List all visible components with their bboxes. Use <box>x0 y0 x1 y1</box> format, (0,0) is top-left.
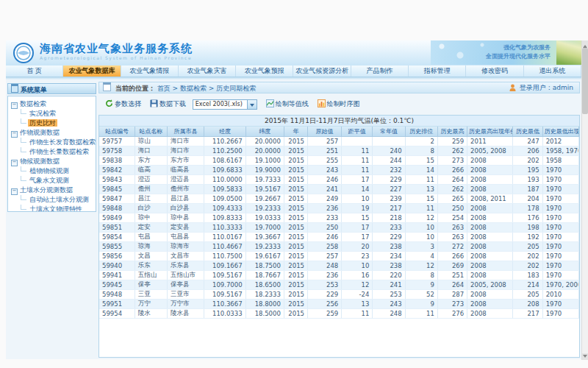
cell-4-13: 1970 <box>542 175 578 185</box>
nav-tab-9[interactable]: 退出系统 <box>524 66 581 77</box>
cell-2-6: 255 <box>307 156 341 166</box>
tree-item-3-0[interactable]: 自动站土壤水分观测 <box>11 195 96 205</box>
data-download-button[interactable]: 数据下载 <box>150 96 186 112</box>
scrollbar-thumb[interactable] <box>582 48 588 114</box>
table-row-5[interactable]: 59845儋州儋州市109.583319.5167201524114227132… <box>99 185 579 194</box>
draw-isoline-button[interactable]: 绘制等值线 <box>266 96 309 112</box>
nav-tab-7[interactable]: 指标管理 <box>409 66 466 77</box>
nav-tab-4[interactable]: 农业气象预报 <box>236 66 293 77</box>
cell-10-4: 19.3667 <box>245 233 284 242</box>
nav-tab-5[interactable]: 农业气候资源分析 <box>293 66 351 77</box>
table-row-2[interactable]: 59838东方东方市108.616719.1000201525511244152… <box>99 156 579 166</box>
nav-tab-2[interactable]: 农业气象情报 <box>121 66 179 77</box>
tree-item-0-1[interactable]: 历史比对 <box>11 118 96 128</box>
nav-tab-3[interactable]: 农业气象灾害 <box>179 66 236 77</box>
table-row-15[interactable]: 59945保亭保亭县109.700018.6500201525312241926… <box>99 280 579 290</box>
cell-8-10: 254 <box>437 213 467 223</box>
table-row-8[interactable]: 59849琼中琼中县109.833319.0333201523315218122… <box>99 213 579 223</box>
column-header-0: 站点编号 <box>99 127 135 137</box>
nav-tab-6[interactable]: 产品制作 <box>351 66 409 77</box>
nav-tab-8[interactable]: 修改密码 <box>466 66 523 77</box>
cell-7-13: 1970 <box>542 204 578 213</box>
table-row-12[interactable]: 59856文昌文昌市110.750019.6167201525723234426… <box>99 252 579 261</box>
table-row-3[interactable]: 59842临高临高县109.683319.9000201524311232142… <box>99 166 579 175</box>
draw-timeseries-button[interactable]: 绘制时序图 <box>318 96 360 112</box>
cell-12-3: 110.7500 <box>204 252 245 261</box>
collapse-icon[interactable] <box>11 188 18 195</box>
cell-14-13: 1970 <box>542 271 578 280</box>
table-row-13[interactable]: 59940乐东乐东县109.166718.7500201524810238122… <box>99 261 579 271</box>
cell-13-7: 10 <box>342 261 373 271</box>
cell-8-5: 2015 <box>284 213 307 223</box>
cell-0-7 <box>342 137 373 146</box>
cell-4-12: 193 <box>513 175 542 185</box>
cell-3-4: 19.9000 <box>245 166 284 175</box>
table-row-14[interactable]: 59941五指山五指山市109.516718.76672015236162208… <box>99 271 579 280</box>
cell-1-5: 2015 <box>284 146 307 156</box>
cell-11-2: 琼海市 <box>167 242 204 252</box>
table-row-1[interactable]: 59758海口海口市110.250020.0000201525111240826… <box>99 146 579 156</box>
browser-scrollbar[interactable] <box>581 40 588 360</box>
tree-group-3[interactable]: 土壤水分观测数据 <box>11 185 96 195</box>
draw-timeseries-label: 绘制时序图 <box>327 100 360 107</box>
tree-group-1[interactable]: 作物观测数据 <box>11 128 96 138</box>
table-row-4[interactable]: 59843澄迈澄迈县110.000019.7333201524617229112… <box>99 175 579 185</box>
tree-item-3-1[interactable]: 土壤水文物理特性 <box>11 205 96 212</box>
cell-2-10: 273 <box>437 156 467 166</box>
column-header-7: 距平值 <box>342 127 373 137</box>
cell-11-3: 110.4667 <box>204 242 245 252</box>
column-header-13: 历史最低出现年份 <box>542 127 578 137</box>
tree-group-2[interactable]: 物候观测数据 <box>11 157 96 166</box>
collapse-icon[interactable] <box>11 102 18 109</box>
table-row-7[interactable]: 59848白沙白沙县109.433319.2333201523619217112… <box>99 204 579 213</box>
cell-16-13: 2010 <box>542 290 578 300</box>
table-row-11[interactable]: 59855琼海琼海市110.466719.2333201525820238327… <box>99 242 579 252</box>
tree-item-1-1[interactable]: 作物生长量数据检索 <box>11 147 96 157</box>
nav-divider <box>6 77 581 79</box>
cell-5-11: 2008 <box>467 185 513 194</box>
tree-item-1-0[interactable]: 作物生长发育数据检索 <box>11 138 96 147</box>
tree-item-0-0[interactable]: 实况检索 <box>11 109 96 118</box>
cell-11-7: 20 <box>342 242 373 252</box>
cell-6-8: 239 <box>373 194 405 204</box>
cell-13-6: 248 <box>307 261 341 271</box>
table-row-10[interactable]: 59854屯昌屯昌县110.016719.3667201524617229102… <box>99 233 579 242</box>
column-header-12: 历史最低 <box>513 127 542 137</box>
scroll-down-arrow[interactable] <box>582 353 588 360</box>
tree-item-2-1[interactable]: 气象水文观测 <box>11 176 96 185</box>
cell-0-4: 20.0000 <box>245 137 284 146</box>
table-row-9[interactable]: 59851定安定安县110.333319.7000201525017233102… <box>99 223 579 233</box>
cell-17-3: 110.3667 <box>204 300 245 309</box>
cell-16-12: 205 <box>513 290 542 300</box>
collapse-icon[interactable] <box>11 160 18 166</box>
cell-7-6: 236 <box>307 204 341 213</box>
tree-connector <box>21 176 26 181</box>
nav-tab-0[interactable]: 首 页 <box>6 66 63 77</box>
cell-12-12: 202 <box>513 252 542 261</box>
tree-item-2-0[interactable]: 植物物候观测 <box>11 166 96 176</box>
table-row-0[interactable]: 59757琼山海口市110.266720.0000201525722592011… <box>99 137 579 146</box>
cell-17-6: 256 <box>307 300 341 309</box>
cell-17-2: 万宁市 <box>167 300 204 309</box>
cell-0-8 <box>373 137 405 146</box>
param-select-button[interactable]: 参数选择 <box>105 96 141 112</box>
table-row-16[interactable]: 59948三亚三亚市109.516718.23332015229-2425352… <box>99 290 579 300</box>
cell-16-4: 18.2333 <box>245 290 284 300</box>
tree-group-0[interactable]: 数据检索 <box>11 99 96 109</box>
nav-tab-1[interactable]: 农业气象数据库 <box>63 66 121 77</box>
table-row-17[interactable]: 59951万宁万宁市110.366718.8000201525613243927… <box>99 300 579 309</box>
cell-17-11: 2008 <box>467 300 513 309</box>
cell-18-13: 1970 <box>542 309 578 319</box>
table-row-18[interactable]: 59954陵水陵水县110.033318.5000201525911248112… <box>99 309 579 319</box>
cell-0-0: 59757 <box>99 137 135 146</box>
cell-8-3: 109.8333 <box>204 213 245 223</box>
cell-9-8: 233 <box>373 223 405 233</box>
table-row-6[interactable]: 59847昌江昌江县109.050019.2667201524910239152… <box>99 194 579 204</box>
scroll-up-arrow[interactable] <box>582 40 588 47</box>
chevron-down-icon[interactable] <box>247 100 257 109</box>
export-format-select[interactable]: Excel 2003(.xls) <box>193 99 257 110</box>
breadcrumb[interactable]: 首页 > 数据检索 > 历史同期检索 <box>157 85 257 92</box>
collapse-icon[interactable] <box>11 131 18 138</box>
sidebar-header: 系统菜单 <box>7 83 96 94</box>
cell-0-12: 247 <box>513 137 542 146</box>
